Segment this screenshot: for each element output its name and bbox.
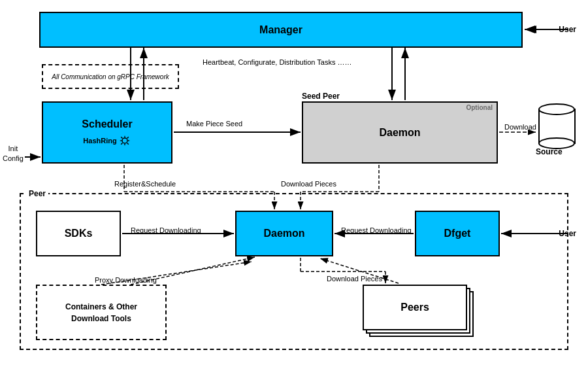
- peer-label: Peer: [26, 189, 48, 198]
- peers-label: Peers: [400, 302, 429, 313]
- seed-peer-label: Seed Peer: [302, 92, 340, 101]
- proxy-downloading-label: Proxy Downloading: [95, 276, 157, 284]
- download-pieces-bottom-label: Download Pieces: [327, 275, 382, 283]
- svg-point-2: [539, 104, 574, 114]
- make-piece-seed-label: Make Piece Seed: [186, 120, 242, 128]
- download-label: Download: [504, 123, 536, 131]
- svg-point-0: [122, 138, 127, 143]
- containers-box: Containers & Other Download Tools: [36, 285, 167, 340]
- scheduler-box: Scheduler HashRing: [42, 101, 172, 164]
- user-top-label: User: [559, 25, 576, 34]
- hashring-label: HashRing: [83, 137, 116, 145]
- sdks-box: SDKs: [36, 211, 121, 256]
- manager-label: Manager: [259, 24, 302, 36]
- optional-label: Optional: [466, 104, 493, 111]
- seed-daemon-box: Optional Daemon: [302, 101, 498, 164]
- sdks-label: SDKs: [65, 228, 93, 239]
- scheduler-label: Scheduler: [82, 118, 132, 130]
- manager-box: Manager: [39, 12, 523, 48]
- peer-daemon-label: Daemon: [263, 228, 304, 239]
- user-right-label: User: [559, 229, 576, 238]
- source-cylinder: Source: [536, 101, 575, 147]
- seed-daemon-label: Daemon: [379, 127, 420, 139]
- peer-daemon-box: Daemon: [235, 211, 333, 256]
- init-config-label: Init Config: [3, 144, 24, 164]
- source-label: Source: [536, 147, 563, 156]
- request-downloading-dfget-label: Request Downloading: [341, 226, 412, 235]
- register-schedule-label: Register&Schedule: [114, 180, 176, 188]
- source-svg: [536, 101, 578, 150]
- hashring-icon: [118, 134, 131, 147]
- dfget-box: Dfget: [415, 211, 500, 256]
- all-comm-label: All Communication on gRPC Framework: [52, 73, 169, 80]
- heartbeat-label: Heartbeat, Configurate, Distribution Tas…: [203, 58, 351, 67]
- request-downloading-sdks-label: Request Downloading: [131, 226, 201, 235]
- download-pieces-top-label: Download Pieces: [281, 180, 336, 188]
- all-comm-container: All Communication on gRPC Framework: [42, 64, 179, 89]
- dfget-label: Dfget: [444, 228, 471, 239]
- containers-label: Containers & Other Download Tools: [65, 301, 137, 324]
- diagram: Manager User Init Config All Communicati…: [0, 0, 588, 367]
